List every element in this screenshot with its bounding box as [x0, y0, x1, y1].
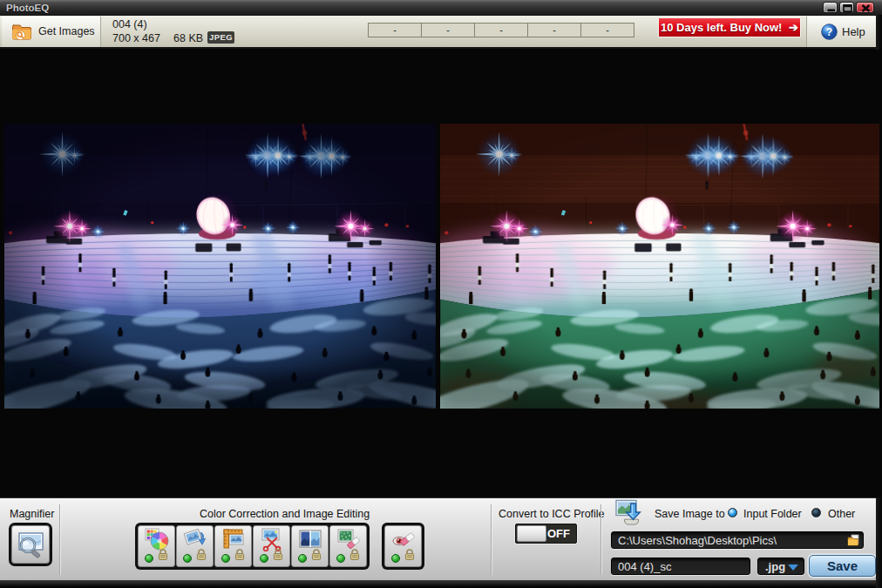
svg-text:?: ?: [826, 26, 832, 38]
